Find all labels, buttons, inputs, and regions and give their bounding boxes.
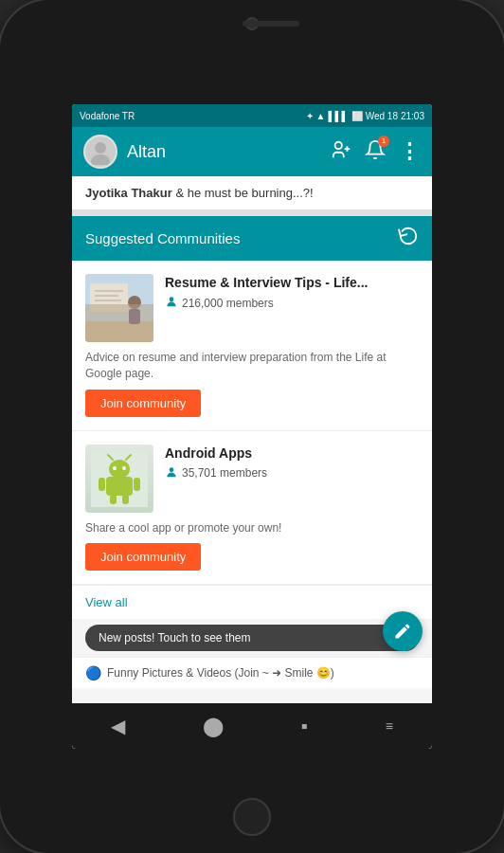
svg-point-0 [95, 142, 106, 154]
section-header: Suggested Communities [72, 216, 432, 261]
join-community-2-button[interactable]: Join community [85, 543, 201, 571]
carrier-text: Vodafone TR [80, 111, 135, 121]
phone-frame: Vodafone TR ✦ ▲ ▌▌▌ ⬜ Wed 18 21:03 Altan [0, 0, 504, 853]
members-icon [165, 295, 178, 311]
community-1-description: Advice on resume and interview preparati… [85, 350, 419, 382]
community-2-members: 35,701 members [165, 465, 419, 481]
phone-speaker [243, 21, 299, 27]
community-card-top: Resume & Interview Tips - Life... 216,00… [85, 274, 419, 342]
community-1-thumbnail [85, 274, 153, 342]
svg-rect-12 [129, 309, 140, 324]
content-area: Jyotika Thakur & he must be burning...?!… [72, 176, 432, 749]
toast-pill[interactable]: New posts! Touch to see them [85, 625, 419, 651]
wifi-icon: ▲ [316, 111, 326, 121]
community-icon-small: 🔵 [85, 665, 101, 681]
svg-rect-23 [110, 495, 117, 504]
community-2-name: Android Apps [165, 445, 419, 462]
community-1-info: Resume & Interview Tips - Life... 216,00… [165, 274, 419, 342]
back-button[interactable]: ◀ [88, 707, 148, 745]
community-card-2-top: Android Apps 35,701 members [85, 445, 419, 513]
community-2-info: Android Apps 35,701 members [165, 445, 419, 513]
feed-notification: Jyotika Thakur & he must be burning...?! [72, 176, 432, 210]
svg-point-17 [113, 466, 117, 470]
app-bar-title: Altan [127, 142, 321, 162]
recent-apps-button[interactable]: ▪ [279, 708, 331, 745]
view-all-row[interactable]: View all [72, 585, 432, 619]
home-button[interactable]: ⬤ [180, 707, 246, 745]
notification-badge: 1 [378, 136, 389, 147]
svg-rect-24 [122, 495, 129, 504]
community-card-2: Android Apps 35,701 members Sh [72, 431, 432, 586]
community-1-members: 216,000 members [165, 295, 419, 311]
community-2-thumbnail [85, 445, 153, 513]
more-options-icon[interactable]: ⋮ [399, 139, 421, 164]
bottom-link[interactable]: 🔵 Funny Pictures & Videos (Join ~ ➜ Smil… [72, 657, 432, 688]
status-icons: ✦ ▲ ▌▌▌ ⬜ Wed 18 21:03 [303, 111, 424, 121]
app-bar-actions: 1 ⋮ [331, 139, 421, 165]
toast-area: New posts! Touch to see them [72, 619, 432, 657]
date-text: Wed 18 [366, 111, 398, 121]
members-icon-2 [165, 465, 178, 481]
phone-screen: Vodafone TR ✦ ▲ ▌▌▌ ⬜ Wed 18 21:03 Altan [72, 104, 432, 749]
battery-icon: ⬜ [351, 111, 363, 121]
time-text: 21:03 [401, 111, 424, 121]
svg-point-11 [128, 296, 141, 309]
notification-body: & he must be burning...?! [172, 186, 314, 200]
svg-rect-22 [134, 478, 140, 491]
svg-rect-6 [85, 321, 153, 342]
svg-point-25 [170, 467, 174, 472]
community-1-member-count: 216,000 members [182, 297, 274, 310]
bluetooth-icon: ✦ [303, 111, 314, 121]
svg-point-1 [91, 154, 110, 165]
phone-home-btn [233, 798, 271, 836]
notification-user: Jyotika Thakur [85, 186, 172, 200]
section-refresh-icon[interactable] [398, 226, 419, 251]
bottom-link-text: Funny Pictures & Videos (Join ~ ➜ Smile … [107, 666, 334, 680]
notification-icon[interactable]: 1 [365, 139, 386, 165]
status-bar: Vodafone TR ✦ ▲ ▌▌▌ ⬜ Wed 18 21:03 [72, 104, 432, 127]
svg-point-18 [122, 466, 126, 470]
svg-rect-21 [99, 478, 105, 491]
fab-button[interactable] [383, 611, 423, 651]
nav-bar: ◀ ⬤ ▪ ≡ [72, 703, 432, 749]
svg-point-2 [335, 141, 342, 148]
community-card: Resume & Interview Tips - Life... 216,00… [72, 261, 432, 431]
svg-point-16 [109, 460, 130, 479]
join-community-1-button[interactable]: Join community [85, 390, 201, 417]
community-2-description: Share a cool app or promote your own! [85, 520, 419, 536]
community-1-name: Resume & Interview Tips - Life... [165, 274, 419, 291]
menu-button[interactable]: ≡ [363, 711, 416, 741]
svg-rect-7 [90, 283, 128, 312]
view-all-label: View all [85, 595, 128, 609]
signal-icon: ▌▌▌ [328, 111, 348, 121]
avatar[interactable] [83, 135, 117, 169]
section-title: Suggested Communities [85, 230, 240, 246]
app-bar: Altan 1 ⋮ [72, 127, 432, 176]
add-friend-icon[interactable] [331, 139, 351, 165]
svg-rect-15 [106, 477, 133, 496]
community-2-member-count: 35,701 members [182, 466, 267, 480]
